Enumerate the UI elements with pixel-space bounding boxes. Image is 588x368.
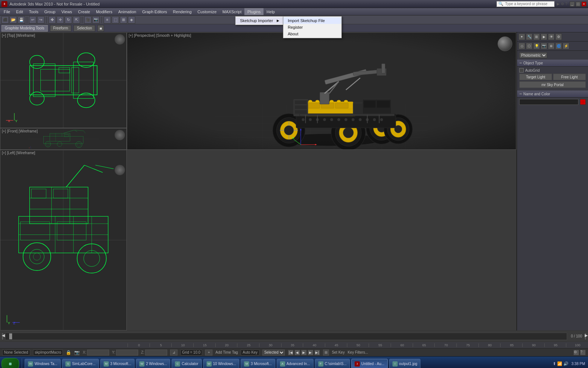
rp-icon-geometry[interactable]: ◇ — [519, 43, 525, 49]
rp-icon-spacewarps[interactable]: 🌀 — [555, 43, 562, 49]
status-add-time-tag[interactable]: + — [205, 350, 212, 355]
status-lock-icon[interactable]: 🔒 — [66, 350, 71, 355]
rp-name-input[interactable] — [519, 99, 578, 105]
status-z-input[interactable] — [145, 350, 167, 355]
toolbar-material[interactable]: ◈ — [128, 16, 135, 24]
rp-icon-shapes[interactable]: ⬡ — [526, 43, 533, 49]
timeline-playhead[interactable] — [9, 333, 12, 339]
status-autokey-select[interactable]: Selected — [262, 350, 285, 355]
taskbar-item-8[interactable]: F C:\simlab\S... — [315, 359, 350, 368]
perspective-home-icon[interactable] — [498, 36, 512, 51]
rp-icon-lights[interactable]: 💡 — [533, 43, 540, 49]
start-button[interactable]: ⊞ — [1, 358, 19, 368]
toolbar-redo[interactable]: ↪ — [37, 16, 44, 24]
rp-color-swatch[interactable] — [580, 99, 586, 105]
viewport-left-icon[interactable] — [115, 165, 125, 175]
taskbar-item-2[interactable]: M 3 Microsoft... — [100, 359, 135, 368]
submenu-register[interactable]: Register — [283, 24, 341, 31]
timeline-scroll-right[interactable]: ▶ — [584, 333, 587, 340]
rp-icon-create[interactable]: ✦ — [519, 33, 525, 40]
menu-edit[interactable]: Edit — [13, 8, 26, 15]
menu-maxscript[interactable]: MAXScript — [219, 8, 244, 15]
rp-icon-hierarchy[interactable]: ⊞ — [533, 33, 540, 40]
rp-icon-helpers[interactable]: ⊕ — [548, 43, 555, 49]
timeline-scroll-left[interactable]: ◀ — [1, 333, 4, 340]
toolbar-new[interactable]: ⬛ — [1, 16, 9, 24]
toolbar-layer[interactable]: ≡ — [104, 16, 111, 24]
taskbar-item-7[interactable]: A Advanced In... — [277, 359, 313, 368]
rp-autogrid-checkbox[interactable] — [519, 68, 524, 72]
tl-prev-key[interactable]: |◀ — [288, 350, 294, 355]
taskbar-item-10[interactable]: I output1.jpg — [389, 359, 421, 368]
rp-icon-motion[interactable]: ▶ — [541, 33, 547, 40]
search-input[interactable] — [505, 2, 553, 6]
taskbar-item-9[interactable]: 3 Untitled - Au... — [351, 359, 388, 368]
viewport-front[interactable]: [+] [Front] [Wireframe] — [0, 128, 127, 150]
mode-small-btn[interactable]: ■ — [97, 25, 104, 32]
rp-icon-display[interactable]: 👁 — [548, 33, 555, 40]
toolbar-scale[interactable]: ⇱ — [73, 16, 80, 24]
menu-animation[interactable]: Animation — [115, 8, 139, 15]
taskbar-item-6[interactable]: M 3 Microsoft... — [241, 359, 275, 368]
maximize-button[interactable]: □ — [576, 1, 581, 7]
menu-tools[interactable]: Tools — [26, 8, 42, 15]
taskbar-item-0[interactable]: W Windows Ta... — [25, 359, 61, 368]
rp-icon-systems[interactable]: ⚡ — [563, 43, 569, 49]
toolbar-move[interactable]: ✛ — [57, 16, 64, 24]
search-opt-icon[interactable]: ⚙ — [561, 2, 564, 6]
menu-rendering[interactable]: Rendering — [170, 8, 195, 15]
menu-views[interactable]: Views — [58, 8, 75, 15]
minimize-button[interactable]: _ — [570, 1, 575, 7]
search-go-icon[interactable]: ▶ — [557, 2, 560, 6]
toolbar-undo[interactable]: ↩ — [29, 16, 36, 24]
rp-icon-cameras[interactable]: 📷 — [541, 43, 547, 49]
taskbar-item-3[interactable]: W 2 Windows... — [136, 359, 170, 368]
menu-plugins[interactable]: Plugins — [244, 8, 263, 15]
tl-play[interactable]: ▶ — [301, 350, 307, 355]
close-button[interactable]: ✕ — [581, 1, 587, 7]
rp-name-collapse-icon[interactable]: − — [519, 91, 522, 96]
menu-customize[interactable]: Customize — [194, 8, 219, 15]
toolbar-save[interactable]: 💾 — [18, 16, 25, 24]
taskbar-item-1[interactable]: S SimLabCore... — [62, 359, 99, 368]
tl-key-mode[interactable]: ⊞ — [323, 350, 329, 355]
tl-next-frame[interactable]: ▶ — [308, 350, 313, 355]
viewport-top-icon[interactable] — [115, 34, 125, 45]
toolbar-camera[interactable]: 📷 — [92, 16, 100, 24]
submenu-import[interactable]: Import Sketchup File — [283, 17, 341, 24]
rp-icon-modify[interactable]: 🔧 — [526, 33, 533, 40]
taskbar-item-5[interactable]: W 10 Windows... — [203, 359, 240, 368]
menu-graph-editors[interactable]: Graph Editors — [139, 8, 170, 15]
toolbar-select[interactable]: ✤ — [49, 16, 56, 24]
timeline-track[interactable] — [5, 333, 567, 340]
viewport-top[interactable]: [+] [Top] [Wireframe] — [0, 32, 127, 128]
tl-prev-frame[interactable]: ◀ — [294, 350, 300, 355]
rp-mr-sky-portal-btn[interactable]: mr Sky Portal — [519, 81, 586, 88]
menu-group[interactable]: Group — [41, 8, 58, 15]
rp-target-light-btn[interactable]: Target Light — [519, 74, 552, 80]
mode-selection[interactable]: Selection — [74, 25, 95, 32]
status-icon2[interactable]: ? — [580, 350, 586, 355]
help-icon[interactable]: ? — [565, 2, 567, 6]
search-box[interactable]: 🔍 — [496, 1, 555, 7]
toolbar-align[interactable]: ⊞ — [120, 16, 127, 24]
viewport-left[interactable]: [+] [Left] [Wireframe] — [0, 150, 127, 330]
status-x-input[interactable] — [87, 350, 109, 355]
toolbar-render[interactable]: 🎥 — [84, 16, 92, 24]
mode-graphite[interactable]: Graphite Modeling Tools — [1, 25, 48, 32]
rp-collapse-icon[interactable]: − — [519, 60, 522, 66]
taskbar-item-4[interactable]: C Calculator — [172, 359, 201, 368]
submenu-about[interactable]: About — [283, 31, 341, 37]
toolbar-mirror[interactable]: ⬚ — [112, 16, 119, 24]
render-preset-select[interactable]: Photometric — [519, 52, 547, 58]
plugins-menu-sketchup[interactable]: Sketchup Importer ▶ — [236, 17, 284, 24]
status-y-input[interactable] — [116, 350, 138, 355]
rp-object-type-header[interactable]: − Object Type — [517, 60, 588, 67]
menu-file[interactable]: File — [1, 8, 13, 15]
menu-modifiers[interactable]: Modifiers — [93, 8, 115, 15]
toolbar-rotate[interactable]: ↻ — [65, 16, 72, 24]
tl-next-key[interactable]: ▶| — [314, 350, 320, 355]
viewport-perspective[interactable]: [+] [Perspective] [Smooth + Highlights] — [127, 32, 516, 150]
status-icon1[interactable]: ⚙ — [573, 350, 579, 355]
toolbar-open[interactable]: 📂 — [10, 16, 17, 24]
